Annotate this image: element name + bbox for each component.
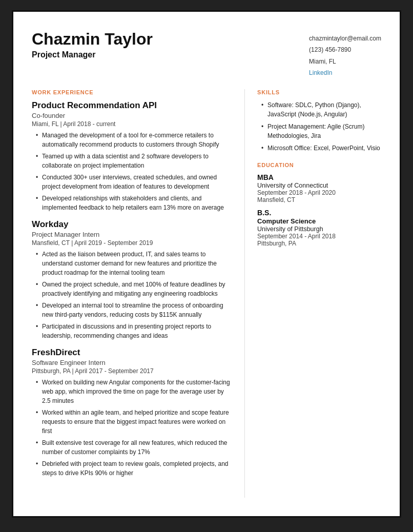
phone: (123) 456-7890 (309, 45, 381, 55)
contact-block: chazmintaylor@email.com (123) 456-7890 M… (309, 33, 381, 77)
job-1-company: Product Recommendation API (32, 100, 230, 111)
skills-label: SKILLS (257, 89, 381, 95)
job-1-role: Co-founder (32, 112, 230, 119)
list-item: Software: SDLC, Python (Django), JavaScr… (261, 100, 381, 119)
list-item: Managed the development of a tool for e-… (36, 131, 230, 149)
job-title: Project Manager (32, 50, 153, 59)
resume-body: WORK EXPERIENCE Product Recommendation A… (32, 89, 381, 498)
edu-1-degree: MBA (257, 173, 381, 181)
list-item: Debriefed with project team to review go… (36, 459, 230, 478)
list-item: Conducted 300+ user interviews, created … (36, 173, 230, 191)
left-column: WORK EXPERIENCE Product Recommendation A… (32, 89, 245, 498)
education-label: EDUCATION (257, 162, 381, 168)
list-item: Teamed up with a data scientist and 2 so… (36, 152, 230, 170)
edu-1-location: Mansfield, CT (257, 196, 381, 203)
job-1-location-date: Miami, FL | April 2018 - current (32, 120, 230, 128)
job-2-company: Workday (32, 219, 230, 230)
header-name-title: Chazmin Taylor Project Manager (32, 30, 153, 59)
edu-2: B.S. Computer Science University of Pitt… (257, 209, 381, 247)
edu-2-location: Pittsburgh, PA (257, 240, 381, 247)
list-item: Project Management: Agile (Scrum) Method… (261, 122, 381, 140)
job-2: Workday Project Manager Intern Mansfield… (32, 219, 230, 340)
edu-2-degree: B.S. (257, 209, 381, 217)
list-item: Participated in discussions and in prese… (36, 322, 230, 340)
job-3: FreshDirect Software Engineer Intern Pit… (32, 347, 230, 478)
list-item: Acted as the liaison between product, IT… (36, 250, 230, 277)
edu-1-school: University of Connecticut (257, 182, 381, 189)
job-3-role: Software Engineer Intern (32, 359, 230, 366)
skills-list: Software: SDLC, Python (Django), JavaScr… (257, 100, 381, 153)
job-3-location-date: Pittsburgh, PA | April 2017 - September … (32, 367, 230, 375)
resume: Chazmin Taylor Project Manager chazminta… (12, 10, 401, 518)
edu-2-major: Computer Science (257, 217, 381, 225)
work-experience-label: WORK EXPERIENCE (32, 89, 230, 95)
job-1-bullets: Managed the development of a tool for e-… (32, 131, 230, 212)
job-2-bullets: Acted as the liaison between product, IT… (32, 250, 230, 340)
resume-header: Chazmin Taylor Project Manager chazminta… (32, 30, 381, 80)
name: Chazmin Taylor (32, 30, 153, 48)
job-1: Product Recommendation API Co-founder Mi… (32, 100, 230, 212)
list-item: Owned the project schedule, and met 100%… (36, 280, 230, 298)
list-item: Worked on building new Angular component… (36, 378, 230, 405)
location: Miami, FL (309, 56, 381, 67)
list-item: Worked within an agile team, and helped … (36, 408, 230, 436)
job-2-role: Project Manager Intern (32, 231, 230, 238)
list-item: Developed an internal tool to streamline… (36, 301, 230, 319)
right-column: SKILLS Software: SDLC, Python (Django), … (245, 89, 381, 498)
email: chazmintaylor@email.com (309, 33, 381, 44)
job-3-company: FreshDirect (32, 347, 230, 358)
edu-1: MBA University of Connecticut September … (257, 173, 381, 203)
list-item: Microsoft Office: Excel, PowerPoint, Vis… (261, 144, 381, 153)
job-2-location-date: Mansfield, CT | April 2019 - September 2… (32, 239, 230, 247)
edu-2-dates: September 2014 - April 2018 (257, 233, 381, 240)
list-item: Built extensive test coverage for all ne… (36, 438, 230, 457)
edu-1-dates: September 2018 - April 2020 (257, 189, 381, 196)
list-item: Developed relationships with stakeholder… (36, 194, 230, 212)
job-3-bullets: Worked on building new Angular component… (32, 378, 230, 478)
edu-2-school: University of Pittsburgh (257, 226, 381, 233)
linkedin-link[interactable]: LinkedIn (309, 69, 332, 76)
